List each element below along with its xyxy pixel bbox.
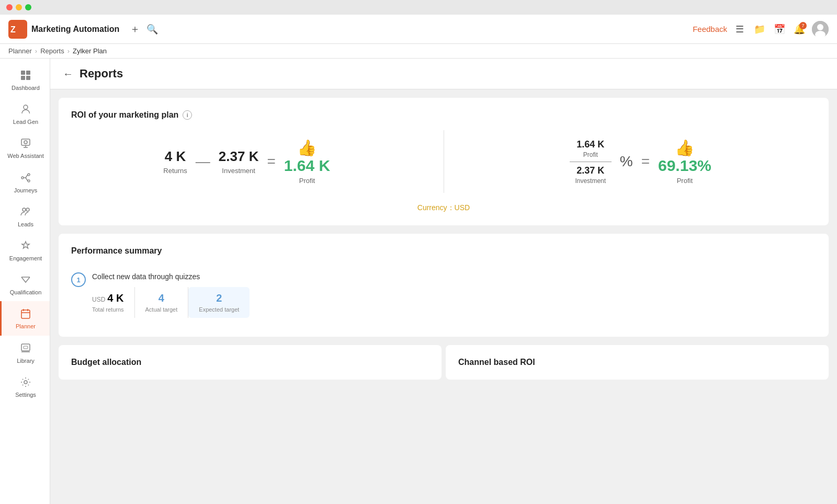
perf-item: 1 Collect new data through quizzes USD 4… — [71, 266, 816, 324]
sidebar-settings-label: Settings — [15, 392, 36, 398]
svg-text:Z: Z — [10, 25, 16, 34]
add-button[interactable]: ＋ — [130, 22, 140, 36]
breadcrumb-planner[interactable]: Planner — [8, 47, 32, 55]
sidebar-item-settings[interactable]: Settings — [0, 370, 50, 404]
sidebar-qualification-label: Qualification — [10, 289, 42, 296]
app-logo: Z Marketing Automation — [8, 20, 119, 39]
sidebar-journeys-label: Journeys — [14, 187, 38, 194]
roi-fraction-denominator-label: Investment — [570, 177, 612, 185]
svg-point-13 — [28, 174, 30, 176]
roi-formula-row: 4 K Returns — 2.37 K Investment = 👍 1.64… — [71, 130, 816, 193]
svg-point-12 — [21, 177, 24, 179]
expected-target-value: 2 — [199, 292, 239, 304]
roi-minus-op: — — [196, 153, 210, 170]
sidebar-lead-gen-label: Lead Gen — [13, 119, 38, 125]
roi-profit-pct: 69.13% — [658, 157, 711, 175]
sidebar-item-web-assistant[interactable]: Web Assistant — [0, 131, 50, 165]
main-layout: Dashboard Lead Gen Web Assistant Journey… — [0, 59, 837, 504]
svg-rect-5 — [21, 71, 25, 75]
roi-profit-value: 1.64 K — [284, 157, 330, 175]
web-assistant-icon — [18, 136, 33, 151]
budget-allocation-card: Budget allocation — [59, 345, 442, 380]
total-returns-currency-value: USD 4 K — [92, 292, 124, 304]
roi-returns-value: 4 K — [163, 148, 187, 165]
search-button[interactable]: 🔍 — [146, 24, 158, 35]
total-returns-label: Total returns — [92, 306, 124, 313]
back-button[interactable]: ← — [63, 68, 73, 80]
svg-point-16 — [26, 208, 29, 211]
sidebar: Dashboard Lead Gen Web Assistant Journey… — [0, 59, 50, 504]
expected-target-metric: 2 Expected target — [188, 287, 250, 318]
roi-returns-label: Returns — [163, 167, 187, 175]
roi-equals1-op: = — [267, 153, 275, 170]
roi-profit-result: 👍 1.64 K Profit — [284, 139, 330, 185]
roi-profit-label: Profit — [284, 177, 330, 185]
content-area: ← Reports ROI of your marketing plan i 4… — [50, 59, 837, 504]
svg-point-9 — [24, 105, 28, 109]
roi-fraction-denominator: 2.37 K — [570, 165, 612, 176]
library-icon — [18, 341, 33, 356]
roi-info-icon[interactable]: i — [183, 110, 192, 120]
list-view-icon[interactable]: ☰ — [732, 22, 747, 37]
minimize-dot[interactable] — [16, 4, 22, 10]
sidebar-planner-label: Planner — [16, 323, 36, 330]
sidebar-dashboard-label: Dashboard — [12, 85, 40, 91]
user-avatar[interactable] — [812, 21, 829, 38]
actual-target-value: 4 — [145, 292, 178, 304]
channel-roi-card: Channel based ROI — [446, 345, 829, 380]
sidebar-item-leads[interactable]: Leads — [0, 199, 50, 233]
planner-icon — [18, 306, 33, 321]
bottom-row: Budget allocation Channel based ROI — [59, 345, 829, 380]
sidebar-item-qualification[interactable]: Qualification — [0, 267, 50, 301]
close-dot[interactable] — [6, 4, 13, 10]
roi-investment: 2.37 K Investment — [219, 148, 259, 175]
sidebar-library-label: Library — [17, 358, 35, 364]
sidebar-item-dashboard[interactable]: Dashboard — [0, 63, 50, 97]
thumbs-up-pct-icon: 👍 — [658, 139, 711, 157]
engagement-icon — [18, 238, 33, 253]
roi-equals2-op: = — [641, 153, 650, 170]
sidebar-leads-label: Leads — [18, 221, 33, 228]
sidebar-item-library[interactable]: Library — [0, 336, 50, 370]
svg-rect-24 — [24, 346, 28, 349]
topbar-actions: Feedback ☰ 📁 📅 🔔 7 — [693, 21, 829, 38]
fraction-line — [570, 162, 612, 162]
sidebar-item-engagement[interactable]: Engagement — [0, 233, 50, 267]
total-returns-metric: USD 4 K Total returns — [92, 287, 135, 318]
roi-card-title: ROI of your marketing plan i — [71, 110, 816, 120]
feedback-button[interactable]: Feedback — [693, 25, 727, 33]
channel-roi-title: Channel based ROI — [458, 358, 816, 367]
sidebar-item-lead-gen[interactable]: Lead Gen — [0, 97, 50, 131]
sidebar-item-planner[interactable]: Planner — [0, 301, 50, 335]
svg-point-14 — [28, 180, 30, 182]
folder-icon[interactable]: 📁 — [752, 22, 767, 37]
calendar-icon[interactable]: 📅 — [772, 22, 787, 37]
notification-icon[interactable]: 🔔 7 — [792, 22, 807, 37]
perf-summary-title: Performance summary — [71, 246, 816, 256]
sidebar-item-journeys[interactable]: Journeys — [0, 165, 50, 199]
journeys-icon — [18, 170, 33, 185]
window-chrome — [0, 0, 837, 15]
topbar: Z Marketing Automation ＋ 🔍 Feedback ☰ 📁 … — [0, 15, 837, 44]
sidebar-web-assistant-label: Web Assistant — [7, 153, 44, 159]
maximize-dot[interactable] — [25, 4, 31, 10]
roi-fraction-numerator: 1.64 K — [570, 139, 612, 150]
app-title: Marketing Automation — [31, 25, 119, 34]
roi-fraction: 1.64 K Profit 2.37 K Investment — [570, 139, 612, 185]
roi-divider — [444, 130, 444, 193]
total-returns-value: 4 K — [107, 292, 123, 304]
qualification-icon — [18, 272, 33, 287]
roi-right-formula: 1.64 K Profit 2.37 K Investment % = 👍 69… — [465, 139, 817, 185]
svg-rect-22 — [21, 344, 30, 351]
lead-gen-icon — [18, 102, 33, 117]
budget-allocation-title: Budget allocation — [71, 358, 429, 367]
breadcrumb-reports[interactable]: Reports — [40, 47, 64, 55]
dashboard-icon — [18, 68, 33, 83]
actual-target-metric: 4 Actual target — [135, 287, 189, 318]
svg-rect-6 — [26, 71, 30, 75]
roi-returns: 4 K Returns — [163, 148, 187, 175]
roi-left-formula: 4 K Returns — 2.37 K Investment = 👍 1.64… — [71, 139, 423, 185]
thumbs-up-icon: 👍 — [284, 139, 330, 157]
svg-point-15 — [22, 208, 26, 211]
performance-summary-card: Performance summary 1 Collect new data t… — [59, 234, 829, 337]
